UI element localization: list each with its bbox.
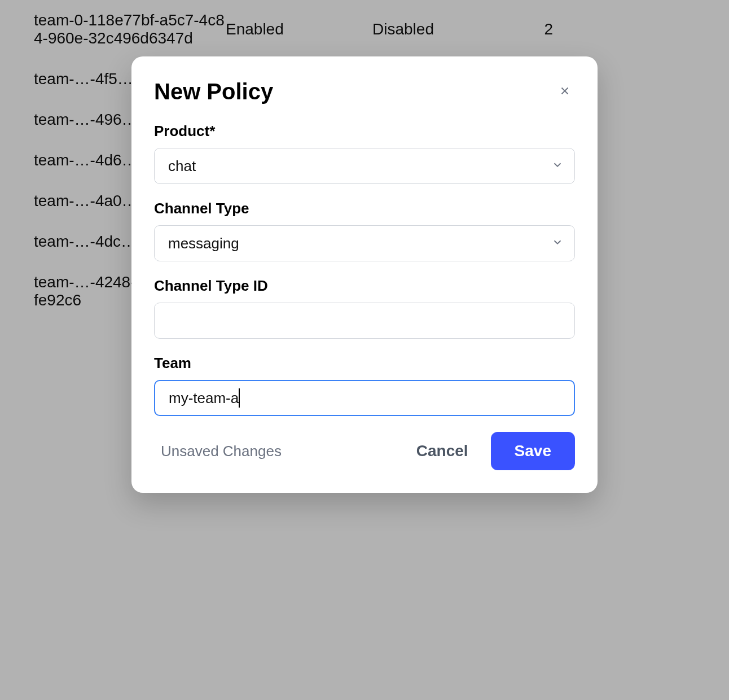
channel-type-label: Channel Type <box>154 200 575 217</box>
channel-type-id-input[interactable] <box>154 303 575 339</box>
channel-type-select-value: messaging <box>168 235 239 252</box>
modal-overlay[interactable]: New Policy Product* chat Channel Type <box>0 0 729 700</box>
cancel-button[interactable]: Cancel <box>412 435 473 467</box>
product-label: Product* <box>154 123 575 140</box>
modal-title: New Policy <box>154 79 273 104</box>
product-select[interactable]: chat <box>154 148 575 184</box>
channel-type-select[interactable]: messaging <box>154 225 575 261</box>
save-button[interactable]: Save <box>491 432 575 470</box>
channel-type-id-label: Channel Type ID <box>154 277 575 295</box>
new-policy-modal: New Policy Product* chat Channel Type <box>131 56 598 493</box>
close-icon <box>559 85 571 99</box>
product-select-value: chat <box>168 158 196 175</box>
team-label: Team <box>154 355 575 372</box>
close-button[interactable] <box>555 82 575 102</box>
unsaved-status: Unsaved Changes <box>154 443 282 460</box>
team-input[interactable] <box>154 380 575 416</box>
